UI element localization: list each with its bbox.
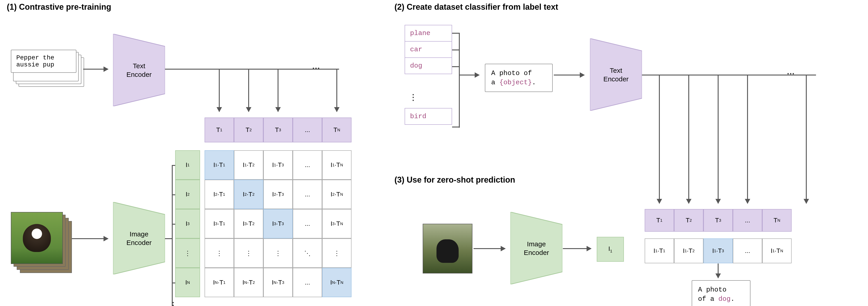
similarity-cell: ⋮ [205,238,234,268]
textenc2-dots: … [786,67,795,76]
similarity-cell: I3·T1 [205,209,234,238]
similarity-cell: I1·TN [762,238,792,263]
similarity-cell: ⋮ [234,238,264,268]
prompt-slot: {object} [499,79,532,86]
prediction-suffix: . [731,295,735,303]
similarity-cell: ... [293,180,322,209]
caption-example-text: Pepper the aussie pup [16,54,54,68]
drop2-tN [806,74,807,204]
drop-t3 [278,69,278,112]
arrow-labels-to-prompt [459,74,479,75]
labels-bracket-t4 [452,127,459,127]
text-embedding-cell: T2 [234,118,264,142]
class-label: bird [405,108,452,125]
similarity-cell: IN·TN [322,268,351,297]
text-embedding-cell: TN [762,209,792,232]
similarity-cell: I1·T1 [645,238,674,263]
prompt-suffix: . [532,79,536,86]
similarity-cell: I1·T1 [205,150,234,180]
drop2-t1 [659,74,660,204]
arrow-img-to-imgenc [72,238,108,239]
similarity-cell: IN·T1 [205,268,234,297]
labels-bracket-t1 [452,33,459,34]
image-embedding-cell: IN [175,268,200,297]
similarity-cell: I2·T2 [234,180,264,209]
prediction-word: dog [718,295,731,303]
drop2-t3 [718,74,719,204]
imgenc-dots: ⋮ [169,301,178,306]
similarity-cell: ⋮ [264,238,293,268]
text-encoder-2-label: Text Encoder [603,66,629,83]
query-image-thumb [423,224,472,273]
text-encoder-1: Text Encoder [113,34,165,106]
arrow-prompt-to-textenc [554,74,584,75]
image-embedding-label: I1 [608,245,612,253]
similarity-cell: ⋮ [322,238,351,268]
section-3-title: (3) Use for zero-shot prediction [395,175,515,185]
similarity-cell: ... [733,238,762,263]
drop-tN [336,69,337,112]
text-embedding-cell: T1 [645,209,674,232]
similarity-cell: I3·T2 [234,209,264,238]
arrow-imgenc2-to-I1 [563,248,591,249]
text-encoder-2: Text Encoder [590,38,642,111]
image-encoder-2: Image Encoder [510,212,562,284]
arrow-query-to-imgenc [473,248,505,249]
prediction-output-box: A photo of a dog. [692,280,750,306]
similarity-cell: ... [293,150,322,180]
image-embedding-cell: I1 [597,237,624,262]
similarity-cell: I1·TN [322,150,351,180]
similarity-cell: I1·T2 [674,238,704,263]
imgenc-stub [165,238,173,239]
class-label: plane [405,25,452,41]
similarity-cell: I3·T3 [264,209,293,238]
similarity-cell: ... [293,268,322,297]
similarity-cell: ⋱ [293,238,322,268]
drop2-t4 [747,74,748,204]
training-image-thumb [11,212,63,264]
labels-bracket-v [459,33,460,128]
class-label: car [405,41,452,58]
text-embedding-cell: T3 [704,209,733,232]
class-label: dog [405,57,452,74]
text-embedding-cell: TN [322,118,351,142]
similarity-cell: I2·TN [322,180,351,209]
section-2-title: (2) Create dataset classifier from label… [395,2,558,12]
text-embedding-cell: T3 [264,118,293,142]
image-encoder-1: Image Encoder [113,202,165,274]
similarity-cell: I1·T3 [264,150,293,180]
clip-diagram: (1) Contrastive pre-training (2) Create … [0,0,868,306]
image-embedding-cell: I3 [175,209,200,238]
image-embedding-cell: I1 [175,150,200,180]
image-encoder-label: Image Encoder [126,230,152,247]
arrow-to-prediction [718,264,719,278]
label-list: planecardogbird [405,25,452,125]
imgenc-v-line [172,165,173,306]
similarity-cell: I3·TN [322,209,351,238]
similarity-cell: I2·T1 [205,180,234,209]
textenc-dots: … [312,61,320,71]
similarity-cell: I1·T3 [704,238,733,263]
similarity-cell: ... [293,209,322,238]
drop-t1 [219,69,220,112]
caption-example-card: Pepper the aussie pup [11,50,76,73]
similarity-cell: I1·T2 [234,150,264,180]
prompt-template-box: A photo of a {object}. [485,64,553,92]
text-embedding-cell: T1 [205,118,234,142]
text-encoder-label: Text Encoder [126,62,152,79]
arrow-caption-to-textenc [83,69,108,70]
text-embedding-cell: ... [733,209,762,232]
section-1-title: (1) Contrastive pre-training [7,2,111,12]
similarity-cell: IN·T2 [234,268,264,297]
text-embedding-cell: T2 [674,209,704,232]
label-list-dots: ⋮ [409,93,418,102]
labels-bracket-t2 [452,50,459,51]
labels-bracket-t3 [452,66,459,67]
similarity-cell: I2·T3 [264,180,293,209]
image-embedding-cell: ⋮ [175,238,200,268]
image-embedding-cell: I2 [175,180,200,209]
drop2-t2 [688,74,689,204]
similarity-cell: IN·T3 [264,268,293,297]
image-encoder-2-label: Image Encoder [524,240,549,257]
text-embedding-cell: ... [293,118,322,142]
